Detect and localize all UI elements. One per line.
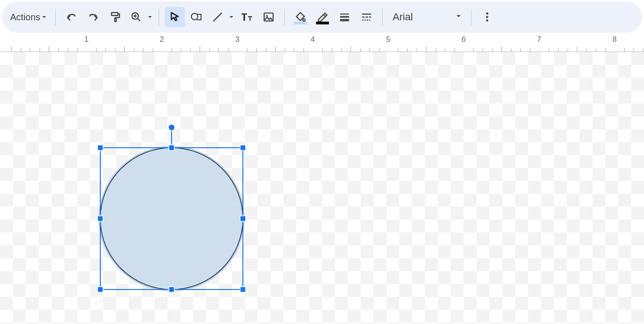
more-options-button[interactable] (477, 7, 497, 27)
ruler-tick (407, 48, 408, 52)
caret-down-icon (455, 13, 462, 21)
ruler-tick (492, 48, 493, 52)
cursor-icon (169, 11, 181, 23)
undo-button[interactable] (61, 7, 81, 27)
svg-point-3 (191, 13, 198, 20)
actions-label: Actions (10, 12, 40, 23)
ruler-tick (190, 48, 191, 52)
ruler-tick (49, 46, 49, 52)
line-dropdown[interactable] (227, 7, 236, 27)
resize-handle-e[interactable] (240, 216, 246, 221)
ruler-tick (218, 48, 219, 52)
ruler-tick (369, 48, 370, 52)
resize-handle-nw[interactable] (98, 145, 103, 150)
ruler-tick (454, 48, 455, 52)
toolbar-separator (382, 9, 383, 25)
ruler-tick (181, 48, 181, 52)
fill-color-button[interactable] (290, 7, 310, 27)
textbox-tool-button[interactable] (236, 7, 257, 27)
ruler-tick (228, 48, 229, 52)
ruler-tick (501, 46, 502, 52)
ruler-number: 6 (462, 35, 466, 44)
resize-handle-sw[interactable] (98, 287, 103, 292)
ruler-tick (445, 48, 445, 52)
drawing-canvas[interactable] (0, 52, 644, 324)
caret-down-icon (41, 14, 47, 20)
border-dash-button[interactable] (356, 7, 377, 27)
ruler-tick (351, 46, 351, 52)
border-color-swatch (316, 22, 329, 24)
zoom-icon (130, 11, 142, 23)
ruler-tick (143, 48, 144, 52)
ruler-number: 7 (537, 35, 541, 44)
svg-rect-15 (367, 19, 368, 20)
shape-tool-button[interactable] (187, 7, 207, 27)
rotation-handle[interactable] (168, 124, 175, 131)
ruler-tick (341, 48, 342, 52)
ruler-tick (21, 48, 21, 52)
paint-format-button[interactable] (105, 7, 126, 27)
ruler-tick (417, 48, 417, 52)
svg-point-5 (266, 15, 267, 17)
ruler-tick (247, 48, 247, 52)
zoom-dropdown[interactable] (146, 7, 154, 27)
resize-handle-n[interactable] (169, 145, 174, 150)
font-name-label: Arial (393, 11, 413, 23)
ruler-tick (605, 48, 606, 52)
zoom-button[interactable] (127, 7, 145, 27)
ruler-tick (426, 46, 426, 52)
ruler-tick (266, 48, 266, 52)
toolbar-separator (471, 9, 472, 25)
svg-rect-1 (115, 18, 116, 22)
ruler-tick (577, 46, 577, 52)
image-icon (263, 11, 275, 23)
ruler-tick (124, 46, 125, 52)
ruler-tick (294, 48, 294, 52)
border-color-button[interactable] (312, 7, 333, 27)
ruler-tick (568, 48, 568, 52)
svg-rect-12 (369, 17, 371, 17)
line-icon (212, 11, 224, 23)
svg-rect-13 (362, 19, 363, 20)
line-dash-icon (361, 11, 373, 23)
horizontal-ruler[interactable]: 12345678 (0, 33, 644, 52)
svg-rect-7 (340, 16, 349, 17)
toolbar: Actions (2, 1, 642, 33)
svg-rect-0 (111, 12, 118, 16)
svg-rect-14 (364, 19, 366, 20)
resize-handle-s[interactable] (169, 287, 174, 292)
ruler-tick (30, 48, 30, 52)
svg-rect-8 (340, 19, 349, 21)
ellipse-shape[interactable] (100, 148, 243, 289)
ruler-number: 2 (160, 35, 164, 44)
select-tool-button[interactable] (165, 7, 185, 27)
line-weight-icon (339, 11, 351, 23)
ruler-tick (96, 48, 97, 52)
resize-handle-ne[interactable] (240, 145, 246, 150)
fill-color-swatch (294, 22, 307, 24)
shapes-icon (190, 11, 203, 23)
resize-handle-se[interactable] (240, 287, 246, 292)
redo-button[interactable] (83, 7, 104, 27)
toolbar-separator (284, 9, 285, 25)
svg-rect-9 (362, 13, 371, 14)
toolbar-separator (55, 9, 56, 25)
ruler-tick (68, 48, 68, 52)
font-family-select[interactable]: Arial (387, 7, 466, 27)
svg-point-17 (486, 12, 488, 15)
actions-menu-button[interactable]: Actions (6, 9, 51, 25)
toolbar-separator (159, 9, 159, 25)
border-weight-button[interactable] (334, 7, 355, 27)
ruler-number: 3 (236, 35, 240, 44)
ruler-tick (275, 46, 276, 52)
text-icon (240, 11, 253, 23)
insert-image-button[interactable] (259, 7, 279, 27)
ruler-tick (256, 48, 257, 52)
resize-handle-w[interactable] (98, 216, 103, 221)
ruler-tick (398, 48, 398, 52)
ruler-tick (483, 48, 483, 52)
ruler-tick (153, 48, 153, 52)
ruler-tick (511, 48, 512, 52)
ruler-tick (209, 48, 210, 52)
line-tool-button[interactable] (209, 7, 226, 27)
